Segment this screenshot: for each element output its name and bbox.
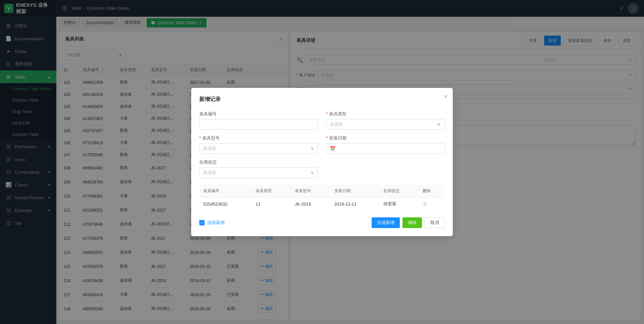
modal-status-placeholder: 请选择: [203, 170, 216, 176]
modal-table: 表具编号 表具类型 表具型号 安装日期 在用状态 删除 5254523532 1…: [199, 185, 445, 211]
calendar-icon: 📅: [330, 146, 335, 151]
cancel-button[interactable]: 取消: [425, 217, 445, 228]
modal-form: 表具编号 表具类型 请选择 ▼ 表具型号 请选择 ▼ 安装日期: [199, 111, 445, 178]
modal-field-status: 在用状态 请选择 ▼: [199, 159, 318, 178]
modal-footer-right: 完成新增 继续 取消: [372, 217, 445, 228]
modal-meter-type-placeholder: 请选择: [330, 121, 343, 127]
modal-title: 新增记录: [199, 96, 445, 103]
modal-row-install-date: 2019-12-11: [330, 198, 380, 211]
modal-form-empty: [326, 159, 445, 178]
modal-footer: ✓ 连续新增 完成新增 继续 取消: [199, 217, 445, 228]
modal-meter-type-label: 表具类型: [326, 111, 445, 117]
continue-new-checkbox[interactable]: ✓: [199, 220, 205, 225]
modal-meter-type-select[interactable]: 请选择 ▼: [326, 119, 445, 130]
modal-field-meter-model: 表具型号 请选择 ▼: [199, 135, 318, 154]
modal-field-meter-type-right: 表具类型 请选择 ▼: [326, 111, 445, 130]
modal-install-date-label: 安装日期: [326, 135, 445, 141]
modal-overlay[interactable]: 新增记录 × 表具编号 表具类型 请选择 ▼ 表具型号 请选择 ▼: [0, 0, 644, 324]
continue-button[interactable]: 继续: [402, 217, 422, 228]
modal-row-meter-model: JK-2019: [291, 198, 330, 211]
modal-col-status: 在用状态: [379, 185, 419, 198]
modal-row-meter-type: 11: [252, 198, 291, 211]
modal-col-meter-no: 表具编号: [199, 185, 252, 198]
modal-col-delete: 删除: [419, 185, 445, 198]
modal-meter-model-label: 表具型号: [199, 135, 318, 141]
finish-button[interactable]: 完成新增: [372, 217, 400, 228]
modal-row-delete[interactable]: 🗑: [419, 198, 445, 211]
delete-row-button[interactable]: 🗑: [423, 201, 427, 207]
modal-meter-no-input[interactable]: [199, 119, 318, 130]
modal-meter-model-placeholder: 请选择: [203, 146, 216, 152]
modal-meter-model-select[interactable]: 请选择 ▼: [199, 143, 318, 154]
modal-col-meter-type: 表具类型: [252, 185, 291, 198]
modal: 新增记录 × 表具编号 表具类型 请选择 ▼ 表具型号 请选择 ▼: [191, 88, 453, 236]
modal-table-row: 5254523532 11 JK-2019 2019-12-11 待安装 🗑: [199, 198, 445, 211]
modal-meter-type-arrow: ▼: [437, 122, 441, 127]
continue-new-label: 连续新增: [207, 220, 225, 226]
modal-field-install-date: 安装日期 📅: [326, 135, 445, 154]
modal-footer-left: ✓ 连续新增: [199, 220, 225, 226]
modal-row-meter-no: 5254523532: [199, 198, 252, 211]
modal-close-button[interactable]: ×: [444, 93, 447, 100]
modal-col-install-date: 安装日期: [330, 185, 380, 198]
modal-status-arrow: ▼: [310, 170, 314, 175]
modal-install-date-input[interactable]: 📅: [326, 143, 445, 154]
modal-col-meter-model: 表具型号: [291, 185, 330, 198]
modal-meter-model-arrow: ▼: [310, 146, 314, 151]
modal-field-meter-no: 表具编号: [199, 111, 318, 130]
modal-row-status: 待安装: [379, 198, 419, 211]
modal-status-select[interactable]: 请选择 ▼: [199, 167, 318, 178]
modal-status-label: 在用状态: [199, 159, 318, 165]
modal-meter-no-label: 表具编号: [199, 111, 318, 117]
